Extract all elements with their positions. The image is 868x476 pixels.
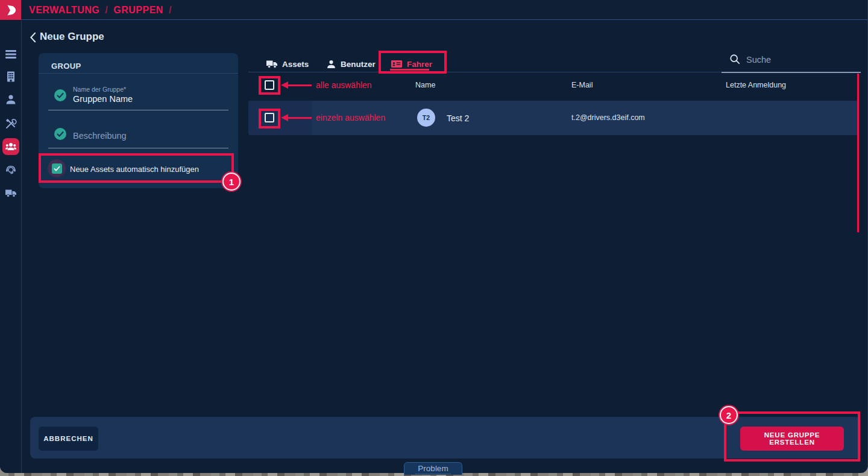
sidebar	[0, 21, 22, 473]
tab-benutzer[interactable]: Benutzer	[326, 57, 376, 71]
app-logo[interactable]	[0, 0, 21, 20]
column-header-email[interactable]: E-Mail	[571, 81, 593, 89]
group-name-label: Name der Gruppe*	[73, 86, 126, 93]
group-name-input[interactable]: Gruppen Name	[73, 94, 133, 104]
search-icon[interactable]	[729, 54, 740, 65]
search-underline	[722, 72, 861, 73]
truck-icon[interactable]	[5, 187, 17, 199]
topbar: VERWALTUNG / GRUPPEN /	[0, 0, 868, 20]
tab-assets[interactable]: Assets	[266, 57, 309, 71]
column-header-name[interactable]: Name	[415, 81, 435, 89]
feedback-tab[interactable]: Problem	[404, 462, 462, 475]
back-chevron-icon[interactable]	[28, 31, 39, 43]
desktop-background: VERWALTUNG / GRUPPEN /	[0, 0, 868, 476]
breadcrumb-separator: /	[105, 5, 108, 16]
breadcrumb-verwaltung[interactable]: VERWALTUNG	[29, 5, 99, 16]
app-window: VERWALTUNG / GRUPPEN /	[0, 0, 868, 473]
brand-logo-icon	[4, 3, 18, 17]
search-input[interactable]	[746, 53, 849, 66]
valid-check-icon	[54, 128, 66, 140]
menu-icon[interactable]	[5, 48, 17, 60]
annotation-arrow-line	[288, 117, 312, 119]
user-icon	[326, 59, 336, 69]
annotation-select-single-label: einzeln auswählen	[316, 113, 385, 122]
sidebar-item-groups-active[interactable]	[2, 138, 19, 155]
cancel-button[interactable]: ABBRECHEN	[39, 427, 98, 451]
annotation-box-auto-add	[39, 153, 234, 183]
annotation-box-create-button	[724, 411, 860, 462]
column-header-last-login[interactable]: Letzte Anmeldung	[726, 81, 786, 89]
input-underline	[48, 110, 228, 110]
annotation-box-select-all	[259, 76, 280, 95]
avatar: T2	[417, 109, 435, 127]
annotation-box-fahrer-tab	[379, 51, 447, 74]
user-icon[interactable]	[5, 94, 17, 106]
row-name: Test 2	[447, 113, 469, 123]
breadcrumb-separator: /	[169, 5, 172, 16]
annotation-marker-2: 2	[720, 406, 738, 424]
building-icon[interactable]	[5, 71, 17, 83]
annotation-vertical-line	[857, 74, 859, 232]
annotation-arrow-line	[288, 84, 312, 86]
truck-icon	[266, 58, 278, 70]
tab-assets-label: Assets	[282, 60, 309, 69]
breadcrumb: VERWALTUNG / GRUPPEN /	[29, 0, 172, 20]
valid-check-icon	[54, 89, 66, 101]
tools-icon[interactable]	[5, 118, 17, 130]
annotation-box-select-single	[259, 109, 280, 129]
breadcrumb-gruppen[interactable]: GRUPPEN	[113, 5, 163, 16]
annotation-select-all-label: alle auswählen	[316, 80, 372, 90]
page-title: Neue Gruppe	[40, 31, 104, 43]
divider	[39, 73, 238, 74]
input-underline	[48, 148, 228, 148]
feedback-tab-label: Problem	[415, 464, 450, 474]
tab-benutzer-label: Benutzer	[341, 60, 376, 69]
divider	[248, 72, 722, 72]
description-input[interactable]: Beschreibung	[73, 131, 127, 141]
group-panel-title: GROUP	[51, 62, 81, 71]
groups-icon	[5, 141, 17, 153]
annotation-marker-1: 1	[222, 173, 241, 191]
row-email: t.2@drivers.d3eif.com	[571, 113, 645, 122]
driver-icon[interactable]	[5, 164, 17, 176]
